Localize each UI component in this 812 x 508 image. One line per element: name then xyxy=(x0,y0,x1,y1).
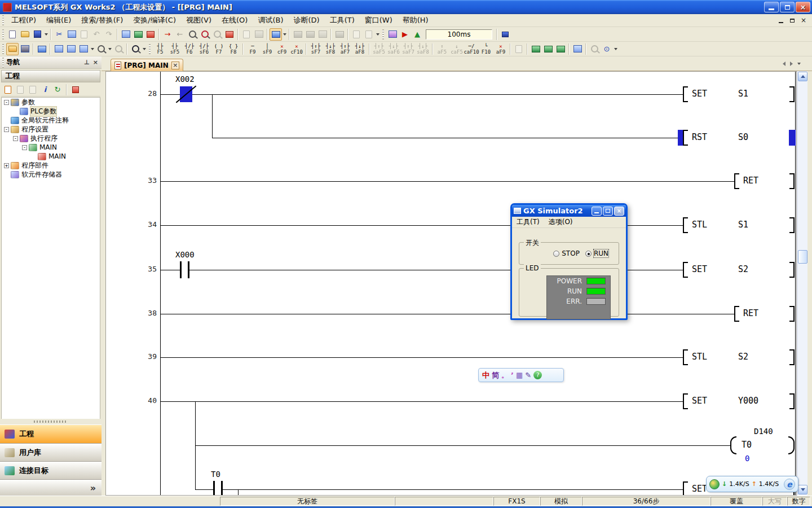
tab-scroll-left-icon[interactable] xyxy=(783,62,785,66)
device-view-button[interactable] xyxy=(77,43,90,55)
ime-punctuation-icon[interactable]: 。 xyxy=(501,370,509,380)
coil-set-s1[interactable]: SET S1 xyxy=(683,86,795,102)
ladder-pulse-close-branch-button[interactable]: ┤↓├saF8 xyxy=(416,42,430,56)
device-comment-button[interactable] xyxy=(52,43,65,55)
ladder-canvas[interactable]: 28 33 34 35 38 39 40 X002 SET S1 RST S0 xyxy=(105,71,797,496)
tab-prg-main[interactable]: [PRG] MAIN × xyxy=(111,59,183,71)
ime-fullwidth-icon[interactable]: ’ xyxy=(511,371,514,379)
coil-ret-1[interactable]: RET xyxy=(734,173,795,189)
ladder-rising-branch-button[interactable]: ┤↑├aF7 xyxy=(338,42,352,56)
ladder-vline-draw-button[interactable]: └F10 xyxy=(479,42,493,56)
zoom-button[interactable]: ⊙ xyxy=(601,43,613,55)
sidebar-button-project[interactable]: 工程 xyxy=(0,424,102,444)
scan-exec-button[interactable] xyxy=(386,28,399,41)
run-simulation-button[interactable]: ▶ xyxy=(399,28,411,41)
tree-item-program-setting[interactable]: - 程序设置 xyxy=(2,125,100,134)
edit-coil-button[interactable] xyxy=(554,43,567,55)
paste-button[interactable] xyxy=(78,28,90,41)
run-radio[interactable] xyxy=(585,251,592,257)
device-display-button[interactable] xyxy=(132,28,144,41)
menu-online[interactable]: 在线(O) xyxy=(217,14,253,27)
cross-reference-button[interactable] xyxy=(129,43,142,55)
scrollbar-thumb[interactable] xyxy=(798,250,807,264)
monitor-mode-button[interactable] xyxy=(270,28,282,41)
sim-minimize-button[interactable] xyxy=(592,207,602,216)
ladder-pulse-open-button[interactable]: ┤↑├saF5 xyxy=(372,42,386,56)
coil-ret-2[interactable]: RET xyxy=(734,306,795,322)
ime-tools-icon[interactable]: ✎ xyxy=(525,371,531,379)
ladder-falling-pulse-button[interactable]: ┤↓├sF8 xyxy=(323,42,338,56)
sim-menu-options[interactable]: 选项(O) xyxy=(549,217,573,227)
sampling-trace-button[interactable] xyxy=(333,28,346,41)
network-speed-widget[interactable]: ↓ 1.4K/S ↑ 1.4K/S e xyxy=(706,476,798,492)
expander-icon[interactable]: - xyxy=(4,100,9,105)
expander-icon[interactable]: - xyxy=(22,145,27,150)
toolbar1-grip[interactable] xyxy=(2,29,4,40)
ladder-falling-branch-button[interactable]: ┤↓├aF8 xyxy=(352,42,367,56)
scan-time-field[interactable]: 100ms xyxy=(426,29,492,40)
watch1-button[interactable] xyxy=(292,28,304,41)
ladder-coil-button[interactable]: ( )F7 xyxy=(211,42,226,56)
expander-icon[interactable]: - xyxy=(13,136,18,141)
error-jump-button[interactable]: ▲ xyxy=(411,28,423,41)
tree-item-execution-program[interactable]: - 执行程序 xyxy=(2,134,100,143)
sim-close-button[interactable]: × xyxy=(614,207,624,216)
ime-soft-keyboard-icon[interactable]: ▦ xyxy=(516,371,523,379)
ladder-pulse-open-branch-button[interactable]: ┤↑├saF7 xyxy=(401,42,416,56)
run-radio-label[interactable]: RUN xyxy=(594,249,608,257)
ladder-delete-hline-button[interactable]: ✕cF9 xyxy=(275,42,289,56)
edit-contact-button[interactable] xyxy=(542,43,554,55)
find-zoom-red-button[interactable] xyxy=(198,28,211,41)
tree-item-global-comment[interactable]: 全局软元件注释 xyxy=(2,116,100,125)
undo-button[interactable]: ↶ xyxy=(90,28,103,41)
navigation-window-button[interactable] xyxy=(6,43,19,55)
tree-item-program-parts[interactable]: + 程序部件 xyxy=(2,161,100,170)
stop-radio[interactable] xyxy=(553,251,559,257)
device-replace-button[interactable] xyxy=(144,28,157,41)
ladder-delete-vline-button[interactable]: ✕cF10 xyxy=(289,42,304,56)
save-project-button[interactable] xyxy=(31,28,43,41)
menu-debug[interactable]: 调试(B) xyxy=(253,14,288,27)
close-button[interactable]: × xyxy=(796,2,810,12)
sim-menu-tools[interactable]: 工具(T) xyxy=(517,217,540,227)
stl-instruction-button[interactable] xyxy=(513,43,525,55)
scroll-down-button[interactable] xyxy=(798,485,807,494)
nav-refresh-button[interactable]: ↻ xyxy=(52,84,63,95)
ladder-open-branch-button[interactable]: ┤├sF5 xyxy=(167,42,182,56)
coil-set-y000[interactable]: SET Y000 xyxy=(683,393,795,409)
tab-list-dropdown-icon[interactable] xyxy=(797,63,801,65)
step-execution-button[interactable] xyxy=(499,28,511,41)
nav-new-data-button[interactable] xyxy=(2,84,14,95)
menu-diagnostics[interactable]: 诊断(D) xyxy=(288,14,324,27)
graph2-button[interactable] xyxy=(363,28,375,41)
nav-grip[interactable] xyxy=(2,58,4,68)
expander-icon[interactable]: - xyxy=(4,127,9,132)
mdi-close-button[interactable]: × xyxy=(800,17,807,24)
find-dropdown[interactable] xyxy=(107,43,112,55)
coil-stl-s2[interactable]: STL S2 xyxy=(683,349,795,365)
device-test-button[interactable] xyxy=(588,43,601,55)
tree-item-main[interactable]: - MAIN xyxy=(2,143,100,152)
minimize-button[interactable] xyxy=(764,2,779,12)
nav-property-button[interactable]: i xyxy=(39,84,51,95)
mdi-minimize-button[interactable] xyxy=(777,17,785,24)
ladder-open-contact-button[interactable]: ┤├F5 xyxy=(153,42,167,56)
inline-st-button[interactable] xyxy=(529,43,542,55)
ladder-invert2-button[interactable]: ↓caF5 xyxy=(449,42,464,56)
redo-button[interactable]: ↷ xyxy=(103,28,115,41)
menu-tools[interactable]: 工具(T) xyxy=(325,14,360,27)
menubar-grip[interactable] xyxy=(2,15,4,25)
copy-button[interactable] xyxy=(65,28,78,41)
sim-maximize-button[interactable] xyxy=(603,207,613,216)
restore-button[interactable] xyxy=(780,2,795,12)
cross-ref-dropdown[interactable] xyxy=(142,43,147,55)
nav-splitter[interactable] xyxy=(0,419,102,424)
tree-item-device-memory[interactable]: 软元件存储器 xyxy=(2,170,100,179)
menu-project[interactable]: 工程(P) xyxy=(6,14,41,27)
browser-icon[interactable]: e xyxy=(784,479,795,490)
ladder-toolbar-grip[interactable] xyxy=(149,44,151,54)
menu-view[interactable]: 视图(V) xyxy=(181,14,217,27)
jump-prev-button[interactable]: ← xyxy=(174,28,186,41)
find-zoom-green-button[interactable] xyxy=(186,28,198,41)
sim-toolbar-grip[interactable] xyxy=(382,29,384,40)
